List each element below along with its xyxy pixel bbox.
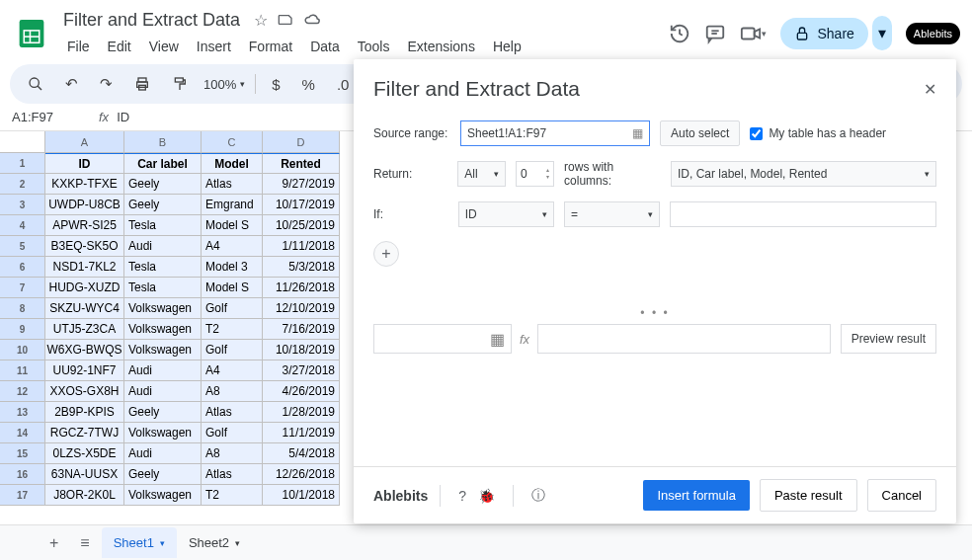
ablebits-badge[interactable]: Ablebits — [906, 23, 960, 44]
menu-help[interactable]: Help — [485, 35, 529, 58]
cell[interactable]: APWR-SI25 — [45, 215, 124, 236]
cell[interactable]: Audi — [124, 236, 202, 257]
cell[interactable]: A4 — [202, 360, 263, 381]
cell[interactable]: 1/28/2019 — [263, 402, 340, 423]
cell[interactable]: 63NA-UUSX — [45, 464, 124, 485]
star-icon[interactable]: ☆ — [254, 11, 268, 30]
cell[interactable]: 4/26/2019 — [263, 381, 340, 402]
cell[interactable]: 0LZS-X5DE — [45, 443, 124, 464]
info-icon[interactable]: ⓘ — [526, 487, 551, 505]
cell[interactable]: 12/26/2018 — [263, 464, 340, 485]
add-condition-button[interactable]: + — [373, 241, 399, 267]
row-header[interactable]: 16 — [0, 464, 45, 485]
cell[interactable]: J8OR-2K0L — [45, 485, 124, 506]
cell[interactable]: Geely — [124, 195, 202, 215]
menu-format[interactable]: Format — [241, 35, 300, 58]
menu-data[interactable]: Data — [302, 35, 348, 58]
cell[interactable]: Tesla — [124, 257, 202, 278]
cell[interactable]: Volkswagen — [124, 423, 202, 443]
cell[interactable]: B3EQ-SK5O — [45, 236, 124, 257]
row-header[interactable]: 1 — [0, 153, 45, 174]
cell[interactable]: Audi — [124, 443, 202, 464]
cell[interactable]: A8 — [202, 443, 263, 464]
cell[interactable]: 2B9P-KPIS — [45, 402, 124, 423]
cell[interactable]: 11/26/2018 — [263, 278, 340, 298]
sheet-tab[interactable]: Sheet2 ▾ — [177, 527, 252, 558]
add-sheet-button[interactable]: + — [40, 528, 68, 558]
header-cell[interactable]: Rented — [263, 153, 340, 174]
cell[interactable]: SKZU-WYC4 — [45, 298, 124, 319]
cell[interactable]: A8 — [202, 381, 263, 402]
header-cell[interactable]: Model — [202, 153, 263, 174]
move-icon[interactable] — [278, 11, 293, 31]
close-icon[interactable]: ✕ — [924, 80, 936, 99]
cell[interactable]: Volkswagen — [124, 485, 202, 506]
row-header[interactable]: 2 — [0, 174, 45, 195]
cell[interactable]: 12/10/2019 — [263, 298, 340, 319]
cell[interactable]: Atlas — [202, 402, 263, 423]
menu-edit[interactable]: Edit — [100, 35, 139, 58]
doc-title[interactable]: Filter and Extract Data — [59, 8, 244, 33]
cell[interactable]: 3/27/2018 — [263, 360, 340, 381]
col-header[interactable]: A — [45, 131, 124, 153]
percent-icon[interactable]: % — [296, 72, 321, 97]
cell[interactable]: Audi — [124, 360, 202, 381]
sheet-tab[interactable]: Sheet1 ▾ — [102, 527, 177, 558]
if-column-select[interactable]: ID▾ — [458, 201, 554, 227]
return-count-input[interactable]: 0▴▾ — [516, 161, 554, 187]
cell[interactable]: UWDP-U8CB — [45, 195, 124, 215]
zoom-select[interactable]: 100% ▾ — [203, 77, 245, 92]
cell[interactable]: T2 — [202, 485, 263, 506]
formula-bar[interactable]: ID — [117, 110, 129, 124]
row-header[interactable]: 9 — [0, 319, 45, 340]
cell[interactable]: W6XG-BWQS — [45, 340, 124, 360]
cell[interactable]: 10/1/2018 — [263, 485, 340, 506]
source-range-input[interactable]: Sheet1!A1:F97 ▦ — [460, 120, 650, 146]
cell[interactable]: T2 — [202, 319, 263, 340]
sheets-logo[interactable] — [12, 14, 51, 53]
grid-picker-icon[interactable]: ▦ — [490, 330, 505, 349]
cell[interactable]: Golf — [202, 340, 263, 360]
cell[interactable]: Audi — [124, 381, 202, 402]
cancel-button[interactable]: Cancel — [867, 479, 936, 512]
cell[interactable]: 7/16/2019 — [263, 319, 340, 340]
cell[interactable]: Model S — [202, 278, 263, 298]
all-sheets-button[interactable]: ≡ — [70, 528, 99, 558]
menu-view[interactable]: View — [141, 35, 187, 58]
cell[interactable]: 5/3/2018 — [263, 257, 340, 278]
cell[interactable]: Volkswagen — [124, 340, 202, 360]
help-icon[interactable]: ? — [452, 488, 472, 504]
row-header[interactable]: 12 — [0, 381, 45, 402]
header-cell[interactable]: Car label — [124, 153, 202, 174]
cell[interactable]: Golf — [202, 423, 263, 443]
cell[interactable]: A4 — [202, 236, 263, 257]
cell[interactable]: 5/4/2018 — [263, 443, 340, 464]
cell[interactable]: 11/1/2019 — [263, 423, 340, 443]
col-header[interactable]: D — [263, 131, 340, 153]
col-header[interactable]: C — [202, 131, 263, 153]
cell[interactable]: KXKP-TFXE — [45, 174, 124, 195]
cell[interactable]: NSD1-7KL2 — [45, 257, 124, 278]
row-header[interactable]: 6 — [0, 257, 45, 278]
cell[interactable]: Model S — [202, 215, 263, 236]
cell[interactable]: 9/27/2019 — [263, 174, 340, 195]
row-header[interactable]: 4 — [0, 215, 45, 236]
currency-icon[interactable]: $ — [266, 72, 285, 97]
row-header[interactable]: 10 — [0, 340, 45, 360]
cell[interactable]: Golf — [202, 298, 263, 319]
formula-preview[interactable] — [537, 324, 831, 354]
row-header[interactable]: 3 — [0, 195, 45, 215]
cell[interactable]: Geely — [124, 464, 202, 485]
row-header[interactable]: 14 — [0, 423, 45, 443]
undo-icon[interactable]: ↶ — [59, 71, 84, 97]
col-header[interactable]: B — [124, 131, 202, 153]
cell[interactable]: 10/17/2019 — [263, 195, 340, 215]
cell[interactable]: Model 3 — [202, 257, 263, 278]
cell[interactable]: Geely — [124, 174, 202, 195]
grid-picker-icon[interactable]: ▦ — [632, 126, 643, 140]
paint-format-icon[interactable] — [166, 72, 194, 96]
name-box[interactable]: A1:F97 — [12, 110, 91, 124]
cell[interactable]: RGCZ-7TWJ — [45, 423, 124, 443]
preview-result-button[interactable]: Preview result — [841, 324, 936, 354]
comment-icon[interactable] — [704, 23, 726, 44]
